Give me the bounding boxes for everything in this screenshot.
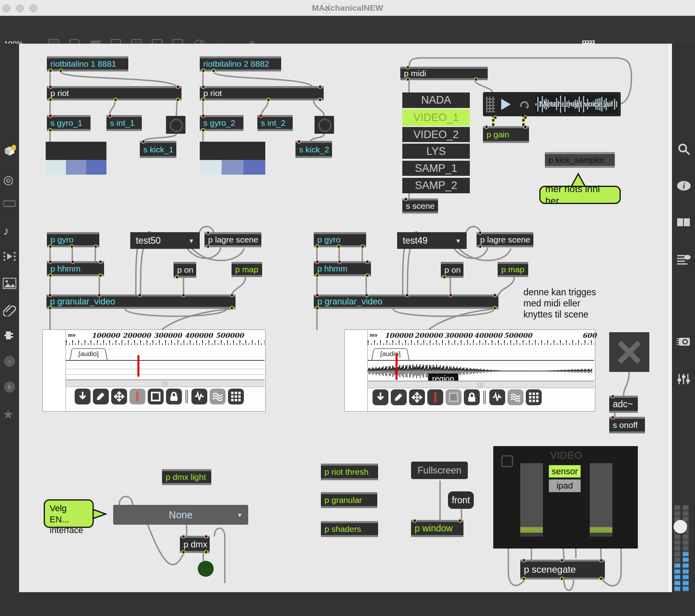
- waveform-tool-icon[interactable]: [489, 389, 505, 405]
- timeline-toolbar: [75, 389, 244, 404]
- move-tool-icon[interactable]: [409, 389, 425, 405]
- video-slider-left[interactable]: [520, 463, 543, 537]
- speech-bubble-tail: [93, 509, 106, 519]
- playhead[interactable]: [137, 355, 139, 377]
- scene-item-video1-selected[interactable]: VIDEO_1: [402, 109, 470, 126]
- object-riotbitalino-2[interactable]: riotbitalino 2 8882: [200, 56, 281, 71]
- bang-button-1[interactable]: [166, 116, 185, 134]
- toolbar-separator: [483, 391, 486, 404]
- object-p-map-left[interactable]: p map: [232, 262, 262, 277]
- object-p-granular-video-left[interactable]: p granular_video: [46, 295, 236, 309]
- track-tab[interactable]: [audio]: [371, 348, 409, 360]
- object-p-gain[interactable]: p gain: [483, 126, 529, 143]
- object-p-on-right[interactable]: p on: [441, 262, 463, 278]
- object-s-int-2[interactable]: s int_2: [257, 115, 293, 131]
- marker-tool-icon[interactable]: [427, 389, 443, 405]
- timeline-panel-left[interactable]: ms 100000 200000 300000 400000 500000 [a…: [42, 329, 266, 412]
- scene-item-samp1[interactable]: SAMP_1: [402, 161, 470, 176]
- comment-bubble-riots: mer riots inni her: [539, 186, 621, 204]
- dmx-status-led[interactable]: [198, 561, 214, 577]
- preset-menu-right[interactable]: test49▼: [397, 232, 467, 249]
- video-slider-right[interactable]: [590, 463, 612, 537]
- swatch-light: [200, 160, 222, 175]
- scribble-tool-icon[interactable]: [508, 389, 523, 405]
- object-p-riot-1[interactable]: p riot: [47, 86, 181, 100]
- track-tab[interactable]: [audio]: [70, 348, 108, 360]
- audio-file-name: Metahuman voice.aif: [535, 95, 617, 114]
- object-s-kick-1[interactable]: s kick_1: [140, 141, 176, 158]
- bang-button-2[interactable]: [315, 116, 334, 134]
- object-s-gyro-1[interactable]: s gyro_1: [47, 115, 91, 131]
- x-icon: [616, 339, 642, 365]
- object-p-midi[interactable]: p midi: [400, 67, 488, 80]
- dmx-interface-menu[interactable]: None▼: [113, 505, 248, 525]
- object-p-lagre-scene-left[interactable]: p lagre scene: [205, 232, 261, 247]
- object-p-dmx[interactable]: p dmx: [180, 536, 210, 553]
- scribble-tool-icon[interactable]: [210, 389, 226, 404]
- swatch-mid: [66, 160, 86, 175]
- object-p-granular[interactable]: p granular: [321, 492, 377, 508]
- move-tool-icon[interactable]: [111, 389, 127, 404]
- scene-item-lys[interactable]: LYS: [402, 144, 470, 159]
- playhead[interactable]: [396, 354, 398, 380]
- swatch-blue: [243, 160, 265, 175]
- loop-icon[interactable]: [518, 98, 531, 111]
- object-p-lagre-scene-right[interactable]: p lagre scene: [477, 232, 533, 247]
- cursor-tool-icon[interactable]: [75, 389, 91, 404]
- object-p-map-right[interactable]: p map: [498, 262, 528, 277]
- object-riotbitalino-1[interactable]: riotbitalino 1 8881: [47, 56, 128, 71]
- message-fullscreen[interactable]: Fullscreen: [411, 462, 468, 479]
- toolbar-separator: [185, 390, 188, 403]
- waveform-tool-icon[interactable]: [191, 389, 207, 404]
- object-p-riot-2[interactable]: p riot: [200, 86, 324, 100]
- object-s-int-1[interactable]: s int_1: [106, 115, 142, 131]
- object-p-riot-thresh[interactable]: p riot thresh: [321, 464, 378, 480]
- cursor-tool-icon[interactable]: [373, 389, 388, 405]
- object-s-kick-2[interactable]: s kick_2: [295, 141, 332, 158]
- scene-item-nada[interactable]: NADA: [402, 92, 470, 108]
- object-p-shaders[interactable]: p shaders: [321, 521, 378, 537]
- region-tool-icon[interactable]: [446, 389, 461, 405]
- tab-ipad[interactable]: ipad: [549, 479, 581, 492]
- pencil-tool-icon[interactable]: [391, 389, 407, 405]
- scene-item-samp2[interactable]: SAMP_2: [402, 178, 470, 193]
- object-s-scene[interactable]: s scene: [402, 198, 438, 214]
- object-p-kick-sampler[interactable]: p kick_sampler: [545, 152, 615, 168]
- toggle-box[interactable]: [609, 332, 649, 372]
- object-p-scenegate[interactable]: p scenegate: [520, 560, 605, 579]
- grid-tool-icon[interactable]: [526, 389, 542, 405]
- message-front[interactable]: front: [448, 491, 474, 509]
- color-display-1: [46, 142, 106, 160]
- swatch-blue: [86, 160, 106, 175]
- video-checkbox[interactable]: [501, 455, 513, 467]
- grid-tool-icon[interactable]: [228, 389, 244, 404]
- object-p-gyro-right[interactable]: p gyro: [314, 232, 366, 247]
- lock-tool-icon[interactable]: [464, 389, 480, 405]
- object-p-dmx-light[interactable]: p dmx light: [162, 469, 211, 485]
- object-adc[interactable]: adc~: [609, 396, 638, 413]
- waveform-thumbnail[interactable]: Metahuman voice.aif: [535, 95, 617, 114]
- tab-sensor[interactable]: sensor: [549, 465, 581, 477]
- play-icon[interactable]: [499, 98, 512, 111]
- object-p-on-left[interactable]: p on: [174, 262, 196, 278]
- timeline-panel-right[interactable]: ms 100000 200000 300000 400000 500000 60…: [344, 329, 595, 412]
- object-s-onoff[interactable]: s onoff: [609, 417, 645, 433]
- region-tool-icon[interactable]: [148, 389, 164, 404]
- scene-item-video2[interactable]: VIDEO_2: [402, 127, 470, 142]
- swatch-mid: [222, 160, 243, 175]
- object-p-hhmm-right[interactable]: p hhmm: [314, 261, 371, 276]
- object-p-hhmm-left[interactable]: p hhmm: [47, 261, 104, 276]
- timeline-track-header: [43, 330, 66, 411]
- object-s-gyro-2[interactable]: s gyro_2: [200, 115, 243, 131]
- timeline-scrollbar[interactable]: |||: [66, 379, 264, 387]
- lock-tool-icon[interactable]: [166, 389, 182, 404]
- timeline-scrollbar[interactable]: |||: [368, 381, 594, 388]
- object-p-window[interactable]: p window: [411, 520, 463, 537]
- pencil-tool-icon[interactable]: [93, 389, 109, 404]
- audio-player[interactable]: Metahuman voice.aif: [483, 92, 621, 116]
- marker-tool-icon[interactable]: [129, 389, 145, 404]
- preset-menu-left[interactable]: test50▼: [130, 232, 200, 249]
- object-p-gyro-left[interactable]: p gyro: [47, 232, 99, 247]
- object-p-granular-video-right[interactable]: p granular_video: [314, 295, 498, 309]
- swatch-light: [46, 160, 66, 175]
